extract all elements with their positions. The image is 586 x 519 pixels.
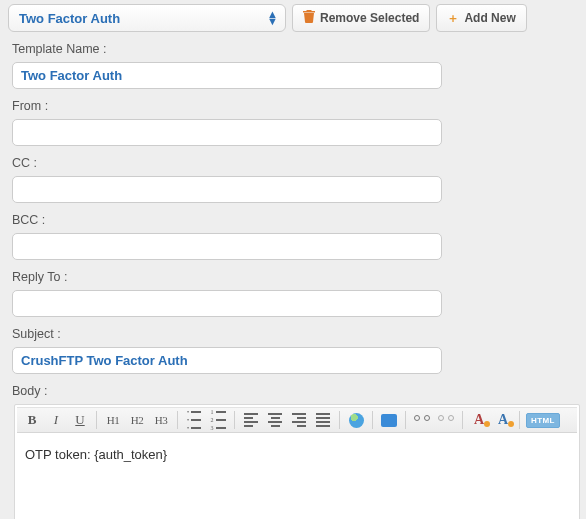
- cc-input[interactable]: [12, 176, 442, 203]
- list-ul-icon: • • •: [187, 409, 201, 431]
- align-left-icon: [244, 413, 258, 426]
- insert-image-button[interactable]: [378, 410, 400, 430]
- bcc-input[interactable]: [12, 233, 442, 260]
- cc-label: CC :: [12, 156, 572, 170]
- toolbar-separator: [96, 411, 97, 429]
- toolbar-separator: [177, 411, 178, 429]
- remove-link-button[interactable]: [435, 410, 457, 430]
- align-right-icon: [292, 413, 306, 426]
- plus-icon: ＋: [447, 10, 459, 27]
- unordered-list-button[interactable]: • • •: [183, 410, 205, 430]
- text-color-icon: A: [474, 412, 484, 428]
- image-icon: [381, 414, 397, 427]
- template-name-input[interactable]: [12, 62, 442, 89]
- html-icon: HTML: [526, 413, 560, 428]
- remove-selected-label: Remove Selected: [320, 11, 419, 25]
- trash-icon: [303, 10, 315, 26]
- toolbar-separator: [405, 411, 406, 429]
- unlink-icon: [438, 415, 454, 425]
- subject-input[interactable]: [12, 347, 442, 374]
- bg-color-button[interactable]: A: [492, 410, 514, 430]
- toolbar-separator: [372, 411, 373, 429]
- body-editor-content[interactable]: OTP token: {auth_token}: [15, 433, 579, 519]
- link-icon: [414, 415, 430, 425]
- insert-link-button[interactable]: [411, 410, 433, 430]
- align-center-icon: [268, 413, 282, 426]
- italic-button[interactable]: I: [45, 410, 67, 430]
- text-color-button[interactable]: A: [468, 410, 490, 430]
- remove-selected-button[interactable]: Remove Selected: [292, 4, 430, 32]
- template-select[interactable]: Two Factor Auth: [8, 4, 286, 32]
- template-select-wrap: Two Factor Auth ▲▼: [8, 4, 286, 32]
- body-label: Body :: [12, 384, 572, 398]
- toolbar-separator: [462, 411, 463, 429]
- add-new-button[interactable]: ＋ Add New: [436, 4, 526, 32]
- ordered-list-button[interactable]: 1 2 3: [207, 410, 229, 430]
- h3-button[interactable]: H3: [150, 410, 172, 430]
- toolbar-separator: [519, 411, 520, 429]
- from-input[interactable]: [12, 119, 442, 146]
- bcc-label: BCC :: [12, 213, 572, 227]
- align-right-button[interactable]: [288, 410, 310, 430]
- align-justify-icon: [316, 413, 330, 426]
- globe-icon: [349, 413, 364, 428]
- reply-to-input[interactable]: [12, 290, 442, 317]
- subject-label: Subject :: [12, 327, 572, 341]
- editor-toolbar: B I U H1 H2 H3 • • • 1 2 3: [17, 407, 577, 433]
- h2-button[interactable]: H2: [126, 410, 148, 430]
- template-name-label: Template Name :: [12, 42, 572, 56]
- add-new-label: Add New: [464, 11, 515, 25]
- insert-world-button[interactable]: [345, 410, 367, 430]
- from-label: From :: [12, 99, 572, 113]
- align-justify-button[interactable]: [312, 410, 334, 430]
- bold-button[interactable]: B: [21, 410, 43, 430]
- align-left-button[interactable]: [240, 410, 262, 430]
- underline-button[interactable]: U: [69, 410, 91, 430]
- bg-color-icon: A: [498, 412, 508, 428]
- html-source-button[interactable]: HTML: [525, 410, 561, 430]
- toolbar-separator: [339, 411, 340, 429]
- reply-to-label: Reply To :: [12, 270, 572, 284]
- toolbar-separator: [234, 411, 235, 429]
- body-editor: B I U H1 H2 H3 • • • 1 2 3: [14, 404, 580, 519]
- align-center-button[interactable]: [264, 410, 286, 430]
- list-ol-icon: 1 2 3: [211, 409, 226, 431]
- h1-button[interactable]: H1: [102, 410, 124, 430]
